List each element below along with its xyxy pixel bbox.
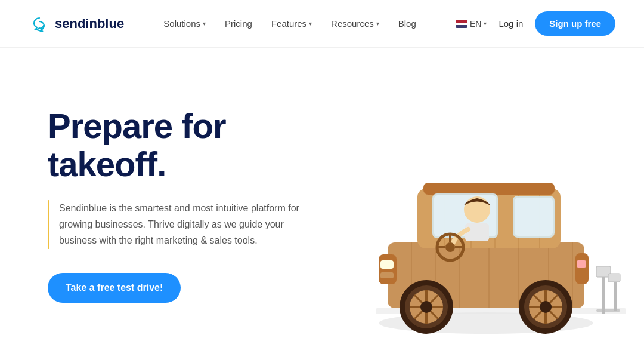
- logo-text: sendinblue: [55, 16, 124, 32]
- logo-icon: [29, 13, 50, 35]
- nav-solutions[interactable]: Solutions ▾: [163, 19, 206, 29]
- svg-rect-18: [423, 183, 555, 195]
- nav-features[interactable]: Features ▾: [271, 19, 312, 29]
- chevron-icon: ▾: [376, 20, 379, 27]
- language-selector[interactable]: EN ▾: [456, 19, 487, 29]
- flag-icon: [456, 20, 467, 28]
- login-link[interactable]: Log in: [499, 19, 523, 29]
- svg-rect-22: [515, 198, 553, 236]
- nav-resources[interactable]: Resources ▾: [331, 19, 379, 29]
- signup-button[interactable]: Sign up free: [535, 11, 615, 36]
- car-illustration: [340, 87, 638, 338]
- svg-point-50: [540, 301, 552, 313]
- nav-blog[interactable]: Blog: [398, 19, 416, 29]
- svg-rect-51: [602, 272, 605, 314]
- site-header: sendinblue Solutions ▾ Pricing Features …: [0, 0, 644, 48]
- svg-point-0: [29, 13, 50, 35]
- lang-chevron-icon: ▾: [484, 20, 487, 27]
- hero-content: Prepare for takeoff. Sendinblue is the s…: [48, 107, 322, 302]
- accent-border: [48, 200, 49, 249]
- svg-rect-30: [379, 254, 397, 284]
- header-right: EN ▾ Log in Sign up free: [456, 11, 615, 36]
- nav-pricing[interactable]: Pricing: [225, 19, 252, 29]
- svg-rect-24: [465, 223, 489, 241]
- svg-rect-32: [380, 272, 394, 278]
- chevron-icon: ▾: [309, 20, 312, 27]
- hero-headline: Prepare for takeoff.: [48, 107, 322, 183]
- hero-description-block: Sendinblue is the smartest and most intu…: [48, 200, 322, 249]
- cta-button[interactable]: Take a free test drive!: [48, 273, 181, 303]
- svg-point-42: [420, 301, 432, 313]
- hero-description-text: Sendinblue is the smartest and most intu…: [59, 200, 322, 249]
- svg-rect-31: [380, 260, 394, 269]
- hero-section: Prepare for takeoff. Sendinblue is the s…: [0, 48, 644, 338]
- svg-point-26: [445, 242, 455, 252]
- svg-rect-53: [614, 278, 617, 311]
- hero-image: [322, 51, 644, 338]
- svg-rect-34: [577, 260, 586, 268]
- main-nav: Solutions ▾ Pricing Features ▾ Resources…: [163, 19, 416, 29]
- logo-link[interactable]: sendinblue: [29, 13, 124, 35]
- svg-rect-54: [608, 274, 620, 282]
- svg-rect-33: [575, 253, 589, 284]
- chevron-icon: ▾: [203, 20, 206, 27]
